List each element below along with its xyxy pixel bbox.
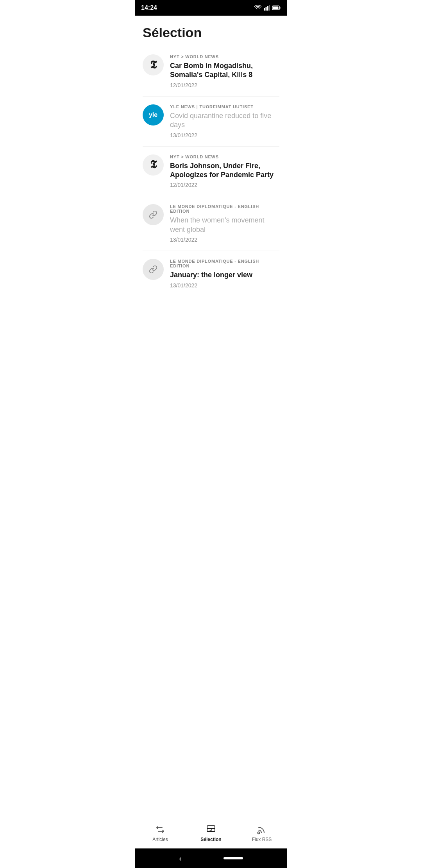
selection-icon <box>206 824 216 835</box>
news-icon-lmd-5 <box>143 259 164 280</box>
articles-icon <box>155 824 166 835</box>
news-date-1: 12/01/2022 <box>170 82 279 88</box>
svg-point-8 <box>258 832 260 834</box>
tab-selection[interactable]: Sélection <box>186 824 236 842</box>
news-title-3: Boris Johnson, Under Fire, Apologizes fo… <box>170 161 279 180</box>
news-icon-lmd-4 <box>143 204 164 225</box>
wifi-icon <box>254 5 261 11</box>
news-content-5: LE MONDE DIPLOMATIQUE - ENGLISH EDITION … <box>170 259 279 288</box>
news-content-2: YLE NEWS | TUOREIMMAT UUTISET Covid quar… <box>170 104 279 138</box>
news-item-3[interactable]: 𝕿 NYT > WORLD NEWS Boris Johnson, Under … <box>143 147 279 197</box>
svg-rect-0 <box>264 8 265 11</box>
status-time: 14:24 <box>141 4 157 11</box>
status-icons <box>254 5 281 11</box>
home-indicator[interactable] <box>224 857 243 859</box>
news-source-2: YLE NEWS | TUOREIMMAT UUTISET <box>170 104 279 109</box>
bottom-nav: Articles Sélection Flux RSS <box>135 820 287 848</box>
news-title-4: When the women's movement went global <box>170 216 279 234</box>
news-item-1[interactable]: 𝕿 NYT > WORLD NEWS Car Bomb in Mogadishu… <box>143 47 279 97</box>
news-list: 𝕿 NYT > WORLD NEWS Car Bomb in Mogadishu… <box>135 47 287 820</box>
news-content-4: LE MONDE DIPLOMATIQUE - ENGLISH EDITION … <box>170 204 279 243</box>
news-item-4[interactable]: LE MONDE DIPLOMATIQUE - ENGLISH EDITION … <box>143 196 279 251</box>
nyt-logo-1: 𝕿 <box>150 59 157 72</box>
tab-articles-label: Articles <box>152 837 168 842</box>
back-button[interactable]: ‹ <box>179 854 182 863</box>
news-title-1: Car Bomb in Mogadishu, Somalia's Capital… <box>170 61 279 80</box>
yle-logo-2: yle <box>149 111 157 118</box>
signal-icon <box>264 5 270 11</box>
tab-rss-label: Flux RSS <box>252 837 272 842</box>
news-icon-nyt-3: 𝕿 <box>143 154 164 176</box>
page-title: Sélection <box>143 25 279 40</box>
news-source-3: NYT > WORLD NEWS <box>170 154 279 159</box>
tab-selection-label: Sélection <box>200 837 221 842</box>
news-title-2: Covid quarantine reduced to five days <box>170 111 279 130</box>
news-date-2: 13/01/2022 <box>170 132 279 138</box>
news-date-3: 12/01/2022 <box>170 182 279 188</box>
link-icon-5 <box>149 265 157 274</box>
news-date-5: 13/01/2022 <box>170 282 279 289</box>
news-icon-nyt-1: 𝕿 <box>143 54 164 75</box>
news-source-5: LE MONDE DIPLOMATIQUE - ENGLISH EDITION <box>170 259 279 268</box>
svg-rect-3 <box>269 5 270 11</box>
news-source-4: LE MONDE DIPLOMATIQUE - ENGLISH EDITION <box>170 204 279 213</box>
battery-icon <box>272 5 281 10</box>
rss-icon <box>256 824 267 835</box>
news-content-3: NYT > WORLD NEWS Boris Johnson, Under Fi… <box>170 154 279 188</box>
tab-rss[interactable]: Flux RSS <box>236 824 287 842</box>
svg-rect-5 <box>280 7 281 9</box>
nyt-logo-3: 𝕿 <box>150 158 157 171</box>
news-content-1: NYT > WORLD NEWS Car Bomb in Mogadishu, … <box>170 54 279 88</box>
news-title-5: January: the longer view <box>170 271 279 280</box>
news-icon-yle-2: yle <box>143 104 164 126</box>
news-item-5[interactable]: LE MONDE DIPLOMATIQUE - ENGLISH EDITION … <box>143 251 279 296</box>
news-date-4: 13/01/2022 <box>170 237 279 243</box>
link-icon-4 <box>149 210 157 219</box>
news-source-1: NYT > WORLD NEWS <box>170 54 279 59</box>
svg-rect-2 <box>267 6 268 11</box>
system-nav-bar: ‹ <box>135 848 287 868</box>
news-item-2[interactable]: yle YLE NEWS | TUOREIMMAT UUTISET Covid … <box>143 97 279 147</box>
svg-rect-6 <box>273 7 279 9</box>
svg-rect-1 <box>266 7 267 11</box>
header: Sélection <box>135 16 287 47</box>
tab-articles[interactable]: Articles <box>135 824 186 842</box>
status-bar: 14:24 <box>135 0 287 16</box>
